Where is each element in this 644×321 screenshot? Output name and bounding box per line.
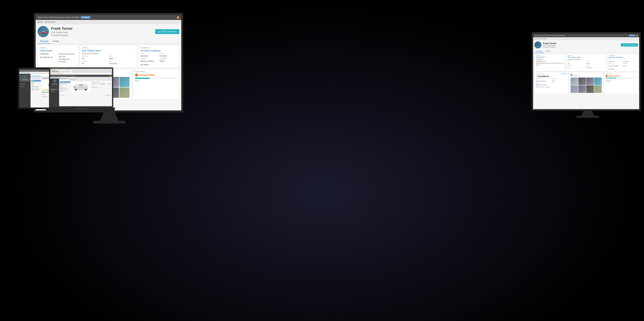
job-header-left: Frank Turner 2012 Toyota Camry Insurance…	[38, 26, 73, 37]
sm-submodel-value: SE	[568, 63, 569, 64]
sm-photo-5[interactable]	[570, 85, 578, 93]
sm-claim-value: CN123456	[608, 61, 614, 62]
minimize-dot[interactable]	[52, 69, 53, 70]
sm-submodel-item: Subm SE	[568, 60, 586, 64]
sm-jobs-link[interactable]: ◀ Jobs	[534, 38, 538, 39]
tab-overview[interactable]: Overview	[38, 39, 50, 44]
sm-owner-email: owner@gmail.com	[536, 60, 564, 62]
browser-qe-procedures[interactable]: QE Procedures	[105, 93, 111, 96]
contact-email: owner@gmail.com	[40, 56, 57, 59]
sm-photo-1[interactable]	[570, 77, 578, 85]
deductible-value: 100.00	[160, 60, 164, 62]
browser-breadcrumb: Jobs Jobs Job Overview	[50, 77, 112, 78]
photo-4[interactable]	[120, 77, 130, 87]
sm-owner-address: 6220 Greenwich Drive, Apt 1234, San Dieg…	[536, 62, 564, 66]
repair-icon: 🔧	[135, 73, 138, 77]
tablet-avatar-small	[23, 75, 26, 79]
owner-card-header: Owner	[40, 47, 76, 49]
sm-estimate-header: Original Estimate	[536, 73, 544, 74]
browser-body: Frank Turner 2012 Toyota Camry Insurance…	[50, 78, 112, 106]
browser-tab-2[interactable]: repaircenter.mitchell.com	[60, 71, 72, 72]
sm-supplement-link[interactable]: ✎ Supplement	[560, 73, 567, 74]
sm-adjuster-label: Adjuster	[608, 63, 622, 64]
browser-tab-actions: Locked	[107, 78, 112, 81]
browser-view-detail-link[interactable]: View Detail	[107, 83, 111, 84]
sm-tab-overview[interactable]: Overview	[534, 50, 544, 53]
bell-icon[interactable]: 🔔	[176, 16, 179, 19]
browser-primary-tab[interactable]: Primary Estimate	[59, 78, 68, 81]
sm-photo-7[interactable]	[586, 85, 594, 93]
insurance-name: Insurance Company	[140, 49, 177, 52]
sm-envelope-icon: ✉	[630, 35, 631, 36]
sm-send-insurance-button[interactable]: ☁ Send To Insurance	[621, 43, 638, 46]
browser-tab-1[interactable]: Frank Turner ×	[51, 71, 59, 72]
sm-procedures-link[interactable]: QE Procedures	[542, 86, 550, 88]
sm-drivable-item: Drivable No	[568, 65, 586, 69]
sm-send-label: Send To Insurance	[624, 44, 636, 46]
sm-owner-card: Owner Frank Turner 1234567890 owner@gmai…	[534, 54, 565, 71]
browser-tab-bar: Frank Turner × repaircenter.mitchell.com	[51, 71, 111, 72]
svg-rect-10	[74, 86, 75, 87]
browser-line2-val: 3.4	[98, 83, 99, 84]
tablet-sidebar-activity[interactable]: Activity	[19, 85, 30, 88]
url-text: repaircenter.mitchell.com	[54, 73, 64, 74]
sm-tab-activity[interactable]: Activity	[544, 50, 552, 53]
sm-photo-6[interactable]	[578, 85, 586, 93]
adjuster-value: Adjuster LastName	[140, 60, 154, 62]
browser-original-tab[interactable]: Original Estimate	[68, 78, 78, 81]
browser-bl38-item: BL 38 Sport	[60, 83, 70, 85]
close-dot[interactable]	[51, 69, 52, 70]
browser-breadcrumb-text: Jobs Job Overview	[53, 77, 60, 78]
repair-progress-bar	[135, 78, 177, 79]
svg-point-8	[75, 89, 77, 91]
sm-date-value: 10/10/17 8:23 PM	[536, 85, 567, 86]
sm-status-value: Completed (Not Sent)	[536, 84, 567, 85]
sm-vehicle-card: Vehicle 2012 Toyota Camry 4T1BF1FKXCU573…	[566, 54, 606, 71]
sm-plate-label: Plate	[586, 65, 605, 66]
repair-status-label: Disassembly	[139, 74, 155, 76]
status-badge[interactable]: ✉ Open ▾	[81, 16, 90, 19]
tab-activity[interactable]: Activity	[50, 39, 61, 44]
maximize-dot[interactable]	[54, 69, 55, 70]
browser-engine-item: Engine / Electrical	[60, 87, 70, 89]
sm-waived-value: Not Waived	[608, 68, 615, 70]
tablet-sidebar-item-frank[interactable]: Frank Turner 2012 Toyota Camry	[19, 75, 30, 81]
sm-system-label: System	[536, 78, 551, 79]
color-label: Color	[109, 55, 135, 57]
deductible-item: Deductible 100.00	[160, 58, 177, 62]
sm-export-link[interactable]: Export RW	[536, 86, 541, 88]
browser-car-diagram	[71, 81, 91, 93]
sm-insurance-card: Insurance Insurance Company Claim CN1234…	[607, 54, 638, 71]
sm-photo-8[interactable]	[594, 85, 602, 93]
drivable-value: No	[82, 63, 84, 64]
browser-sidebar-overview[interactable]: Overview	[50, 89, 59, 90]
browser-address-bar[interactable]: 🔒 repaircenter.mitchell.com	[51, 72, 111, 74]
tablet-sidebar-overview[interactable]: Overview	[19, 83, 30, 85]
sm-topbar-title: Frank Turner | 2012 Toyota Camry | Claim…	[534, 35, 565, 36]
sm-photo-2[interactable]	[578, 77, 586, 85]
jobs-link[interactable]: Jobs	[40, 21, 43, 23]
sm-bottom-cards: Original Estimate ✎ Supplement 📋 $2,508.…	[534, 72, 638, 94]
sm-photo-4[interactable]	[594, 77, 602, 85]
address-line4: US 92122	[59, 60, 76, 63]
svg-point-9	[85, 89, 86, 91]
repair-card: Repair Status 🔧 Disassembly Notes	[133, 69, 179, 99]
claim-label: Claim	[140, 53, 158, 54]
sm-photo-3[interactable]	[586, 77, 594, 85]
tablet-tab-primary[interactable]: Primary Estimate	[30, 77, 42, 79]
vehicle-name: 2012 Toyota Camry	[82, 49, 135, 52]
car-image	[38, 26, 49, 37]
repair-status-title: 🔧 Disassembly	[135, 73, 177, 77]
sm-company: Insurance Company	[543, 46, 556, 48]
photo-8[interactable]	[120, 87, 130, 98]
sm-open-badge[interactable]: ✉ Open▾	[629, 35, 636, 36]
adjuster-item: Adjuster Adjuster LastName	[140, 58, 158, 62]
address-line3: San Diego, CA,	[59, 58, 76, 60]
send-insurance-button[interactable]: ☁ Send To Insurance	[155, 29, 179, 34]
tablet-steering-item: Steering / Suspension	[31, 89, 41, 90]
browser-sidebar-activity[interactable]: Activity	[50, 90, 59, 92]
sm-owner-contact: 1234567890	[536, 59, 564, 60]
sm-arrow-icon: →	[550, 75, 552, 77]
browser-qe-label: QE Procedures	[105, 95, 111, 96]
browser-jobs-link[interactable]: Jobs	[51, 77, 53, 78]
